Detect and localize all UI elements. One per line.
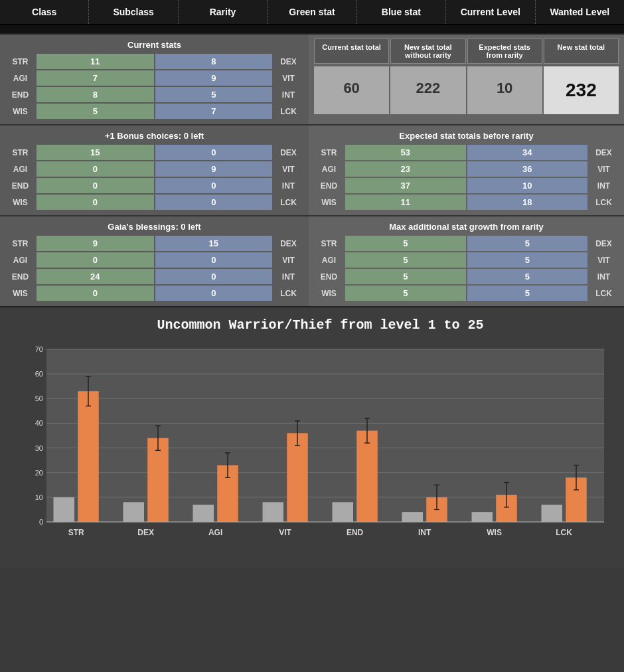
stat-label-right: LCK (589, 195, 619, 210)
stat-label-right: INT (589, 178, 619, 193)
stat-label-right: LCK (273, 104, 303, 119)
stat-label-left: AGI (5, 161, 35, 177)
svg-text:60: 60 (35, 370, 43, 378)
svg-rect-53 (472, 512, 493, 522)
blue-stat-value: 10 (467, 178, 588, 193)
bonus-panel: +1 Bonus choices: 0 left STR150DEXAGI09V… (0, 126, 309, 215)
stat-label-left: AGI (5, 252, 35, 268)
svg-text:VIT: VIT (279, 528, 291, 537)
svg-rect-47 (402, 512, 424, 522)
green-stat-value: 0 (37, 195, 154, 210)
expected-before-rarity-panel: Expected stat totals before rarity STR53… (309, 126, 624, 215)
svg-text:INT: INT (418, 528, 431, 537)
stat-label-right: VIT (273, 252, 303, 268)
green-stat-value: 5 (37, 104, 154, 119)
green-stat-header: Green stat (268, 0, 356, 24)
summary-panel: Current stat totalNew stat total without… (309, 35, 624, 124)
blue-stat-value: 5 (467, 269, 588, 284)
stat-label-right: LCK (273, 286, 303, 301)
green-stat-value: 23 (345, 161, 466, 177)
stat-label-right: VIT (589, 252, 619, 268)
green-stat-value: 7 (37, 70, 154, 86)
summary-value-cell: 232 (544, 66, 619, 114)
stat-label-right: DEX (273, 145, 303, 160)
stat-label-right: LCK (273, 195, 303, 210)
blue-stat-value: 0 (155, 178, 273, 193)
svg-rect-23 (123, 502, 145, 522)
stat-label-right: DEX (273, 236, 303, 251)
green-stat-value: 37 (345, 178, 466, 193)
svg-text:0: 0 (39, 518, 43, 526)
green-stat-value: 5 (345, 252, 466, 268)
stat-label-right: LCK (589, 286, 619, 301)
summary-header-cell: Expected stats from rarity (467, 39, 542, 64)
stat-label-right: INT (273, 87, 303, 102)
expected-before-rarity-title: Expected stat totals before rarity (314, 131, 619, 141)
blue-stat-value: 15 (155, 236, 273, 251)
stat-label-left: STR (5, 145, 35, 160)
stat-label-left: WIS (5, 104, 35, 119)
green-stat-value: 0 (37, 161, 154, 177)
blue-stat-value: 0 (155, 252, 273, 268)
stat-label-left: AGI (314, 252, 344, 268)
stat-label-right: INT (589, 269, 619, 284)
rarity-header: Rarity (179, 0, 268, 24)
svg-text:LCK: LCK (556, 528, 572, 537)
blue-stat-value: 0 (155, 195, 273, 210)
subclass-header: Subclass (89, 0, 178, 24)
green-stat-value: 11 (37, 54, 154, 69)
summary-header-cell: New stat total (544, 39, 619, 64)
svg-rect-17 (54, 497, 75, 522)
stat-label-left: STR (5, 54, 35, 69)
max-additional-title: Max additional stat growth from rarity (314, 222, 619, 232)
max-additional-panel: Max additional stat growth from rarity S… (309, 216, 624, 306)
gaias-title: Gaia's blessings: 0 left (5, 222, 303, 232)
svg-rect-29 (193, 505, 214, 522)
green-stat-value: 5 (345, 286, 466, 301)
blue-stat-value: 5 (155, 87, 273, 102)
green-stat-value: 0 (37, 252, 154, 268)
green-stat-value: 0 (37, 178, 154, 193)
stat-label-left: STR (314, 236, 344, 251)
current-level-header: Current Level (446, 0, 535, 24)
svg-rect-42 (356, 431, 378, 522)
blue-stat-value: 0 (155, 145, 273, 160)
blue-stat-value: 0 (155, 269, 273, 284)
svg-rect-41 (333, 502, 354, 522)
blue-stat-value: 0 (155, 286, 273, 301)
stat-label-right: DEX (273, 54, 303, 69)
current-stats-title: Current stats (5, 40, 303, 50)
stat-label-left: END (5, 87, 35, 102)
current-stats-panel: Current stats STR118DEXAGI79VITEND85INTW… (0, 35, 309, 124)
blue-stat-value: 5 (467, 286, 588, 301)
green-stat-value: 15 (37, 145, 154, 160)
summary-header-cell: Current stat total (314, 39, 389, 64)
summary-header-cell: New stat total without rarity (390, 39, 465, 64)
summary-value-cell: 60 (314, 66, 389, 114)
svg-text:70: 70 (35, 345, 43, 353)
svg-text:DEX: DEX (137, 528, 154, 537)
blue-stat-value: 9 (155, 70, 273, 86)
blue-stat-value: 9 (155, 161, 273, 177)
svg-text:AGI: AGI (208, 528, 222, 537)
chart-container: 706050403020100STRDEXAGIVITENDINTWISLCK (27, 343, 614, 562)
stat-label-right: DEX (589, 236, 619, 251)
stat-label-left: WIS (314, 195, 344, 210)
green-stat-value: 11 (345, 195, 466, 210)
summary-value-cell: 10 (467, 66, 542, 114)
stat-label-right: VIT (273, 161, 303, 177)
svg-rect-36 (287, 433, 308, 522)
blue-stat-value: 34 (467, 145, 588, 160)
green-stat-value: 5 (345, 269, 466, 284)
stat-label-left: STR (5, 236, 35, 251)
svg-rect-35 (263, 502, 284, 522)
chart-area: Uncommon Warrior/Thief from level 1 to 2… (0, 306, 624, 568)
chart-title: Uncommon Warrior/Thief from level 1 to 2… (27, 317, 614, 333)
blue-stat-header: Blue stat (357, 0, 446, 24)
stat-label-right: VIT (273, 70, 303, 86)
svg-rect-59 (542, 505, 563, 522)
stat-label-right: INT (273, 178, 303, 193)
stat-label-left: END (314, 178, 344, 193)
stat-label-left: END (5, 269, 35, 284)
stat-label-left: STR (314, 145, 344, 160)
